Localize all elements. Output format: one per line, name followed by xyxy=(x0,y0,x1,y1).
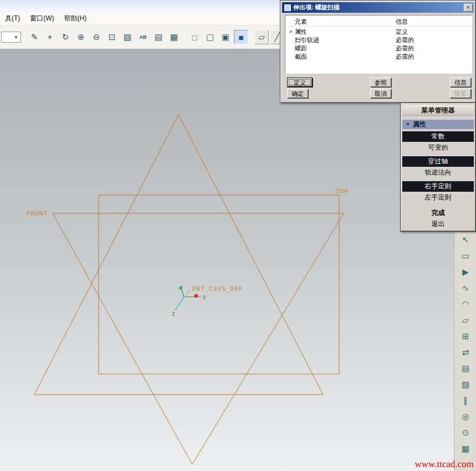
dialog-system-icon xyxy=(284,4,291,11)
menu-item-thru-axis[interactable]: 穿过轴 xyxy=(402,156,474,167)
watermark: www.ttcad.com xyxy=(414,459,474,470)
star-up-triangle xyxy=(34,115,323,395)
list-row-trajectory[interactable]: 扫引轨迹 必需的 xyxy=(285,36,472,44)
current-row-marker: > xyxy=(289,28,292,36)
list-row-section[interactable]: 截面 必需的 xyxy=(285,53,472,61)
parallel-constraint-icon[interactable]: ∥ xyxy=(458,393,473,408)
no-hidden-view-icon[interactable]: ▣ xyxy=(218,30,233,44)
cancel-button[interactable]: 取消 xyxy=(370,89,391,98)
csys-leader-line xyxy=(186,290,191,295)
x-axis-line xyxy=(184,296,201,297)
layers-tool-icon[interactable]: ▤ xyxy=(458,361,473,376)
rectangle-tool-icon[interactable]: ▭ xyxy=(458,249,473,263)
datum-plane-rectangle xyxy=(99,195,339,374)
dialog-titlebar[interactable]: 伸出项: 螺旋扫描 × xyxy=(282,2,474,13)
close-icon[interactable]: × xyxy=(464,4,473,12)
chevron-down-icon: ▼ xyxy=(14,35,18,40)
list-row-pitch[interactable]: 螺距 必需的 xyxy=(285,44,472,53)
menu-item-left-handed[interactable]: 左手定则 xyxy=(402,192,474,203)
zoom-out-icon[interactable]: ⊖ xyxy=(89,30,104,44)
grid-tool-icon[interactable]: ▦ xyxy=(458,442,473,456)
toolbar-separator xyxy=(24,30,24,44)
menu-item-right-handed[interactable]: 右手定则 xyxy=(402,181,474,192)
y-axis-arrowhead xyxy=(178,285,182,290)
csys-label: PRT_CSYS_DEF xyxy=(192,285,243,293)
list-header: 元素 信息 xyxy=(285,17,472,27)
info-cell: 必需的 xyxy=(396,53,414,61)
shaded-view-icon[interactable]: ■ xyxy=(234,30,248,44)
info-cell: 必需的 xyxy=(396,44,414,53)
model-tree-icon[interactable]: ▦ xyxy=(167,30,181,44)
menu-item-done[interactable]: 完成 xyxy=(402,208,474,218)
graphics-viewport[interactable]: TOP FRONT PRT_CSYS_DEF X Z xyxy=(0,49,454,471)
datum-tag-icon[interactable]: AB xyxy=(136,30,150,44)
datum-plane-tool-icon[interactable]: ▱ xyxy=(458,313,473,327)
menu-manager-panel: 菜单管理器 ▼ 属性 常数 可变的 穿过轴 轨迹法向 右手定则 左手定则 完成 … xyxy=(400,103,476,232)
element-cell: 螺距 xyxy=(295,44,307,53)
x-axis-handle[interactable] xyxy=(195,294,198,298)
define-button[interactable]: 定义 xyxy=(287,78,313,87)
toolbar-separator xyxy=(251,30,252,44)
layers-icon[interactable]: ▤ xyxy=(151,30,166,44)
info-cell: 定义 xyxy=(396,28,408,36)
info-cell: 必需的 xyxy=(396,36,414,44)
menu-item-norm-to-traj[interactable]: 轨迹法向 xyxy=(402,167,474,178)
ok-button[interactable]: 确定 xyxy=(287,89,308,98)
toolbar-separator xyxy=(184,30,185,44)
zoom-in-icon[interactable]: ⊕ xyxy=(74,30,88,44)
menu-item-quit[interactable]: 退出 xyxy=(402,219,474,229)
menu-help[interactable]: 帮助(H) xyxy=(59,12,92,25)
x-axis-label: X xyxy=(203,295,206,300)
wireframe-view-icon[interactable]: □ xyxy=(187,30,202,44)
menu-item-variable[interactable]: 可变的 xyxy=(402,142,474,153)
list-row-attributes[interactable]: > 属性 定义 xyxy=(285,28,472,36)
sketch-tool-icon[interactable]: ✎ xyxy=(27,30,42,44)
element-cell: 截面 xyxy=(295,53,307,61)
helical-sweep-dialog: 伸出项: 螺旋扫描 × 元素 信息 > 属性 定义 扫引轨迹 必需的 螺距 必需… xyxy=(280,0,476,103)
element-cell: 扫引轨迹 xyxy=(295,36,319,44)
menu-window[interactable]: 窗口(W) xyxy=(25,12,59,25)
select-tool-icon[interactable]: ⌖ xyxy=(43,30,57,44)
circle-tool-icon[interactable]: ⊙ xyxy=(458,426,473,440)
front-datum-label: FRONT xyxy=(27,210,48,217)
z-axis-label: Z xyxy=(172,311,175,317)
spin-refresh-icon[interactable]: ↻ xyxy=(58,30,73,44)
swap-direction-icon[interactable]: ⇄ xyxy=(458,345,473,360)
z-axis-line xyxy=(175,297,184,310)
zoom-fit-icon[interactable]: ⊡ xyxy=(105,30,119,44)
arc-tool-icon[interactable]: ◠ xyxy=(458,297,473,311)
references-button[interactable]: 参照 xyxy=(370,78,391,87)
add-section-icon[interactable]: ⊞ xyxy=(458,329,473,344)
chevron-down-icon: ▼ xyxy=(406,122,410,127)
sketch-lines xyxy=(34,115,344,464)
view-dropdown[interactable]: ▼ xyxy=(1,32,21,43)
preview-button[interactable]: 预览 xyxy=(450,89,471,98)
attributes-section-header[interactable]: ▼ 属性 xyxy=(402,120,474,129)
repaint-icon[interactable]: ▨ xyxy=(120,30,135,44)
top-datum-label: TOP xyxy=(336,188,349,195)
datum-plane-toggle-icon[interactable]: ▱ xyxy=(254,30,269,44)
menu-manager-title[interactable]: 菜单管理器 xyxy=(402,105,474,116)
spin-center-icon[interactable]: ◎ xyxy=(458,409,473,424)
dialog-title: 伸出项: 螺旋扫描 xyxy=(293,3,464,12)
coordinate-system: PRT_CSYS_DEF X Z xyxy=(172,285,243,317)
select-arrow-icon[interactable]: ↖ xyxy=(458,233,473,247)
info-button[interactable]: 信息 xyxy=(450,78,471,87)
element-status-list: 元素 信息 > 属性 定义 扫引轨迹 必需的 螺距 必需的 截面 必需的 xyxy=(285,15,472,74)
element-cell: 属性 xyxy=(295,28,307,36)
menu-tools[interactable]: 具(T) xyxy=(0,12,25,25)
model-drawing: TOP FRONT PRT_CSYS_DEF X Z xyxy=(0,49,454,471)
element-column-header: 元素 xyxy=(295,17,307,27)
spline-tool-icon[interactable]: ∿ xyxy=(458,281,473,295)
forward-arrow-icon[interactable]: ▶ xyxy=(458,265,473,279)
info-column-header: 信息 xyxy=(396,17,408,27)
menu-item-constant[interactable]: 常数 xyxy=(402,131,474,142)
hatch-tool-icon[interactable]: ▧ xyxy=(458,377,473,392)
star-down-triangle xyxy=(53,213,344,464)
section-label: 属性 xyxy=(413,120,426,129)
hidden-line-view-icon[interactable]: ▢ xyxy=(203,30,217,44)
